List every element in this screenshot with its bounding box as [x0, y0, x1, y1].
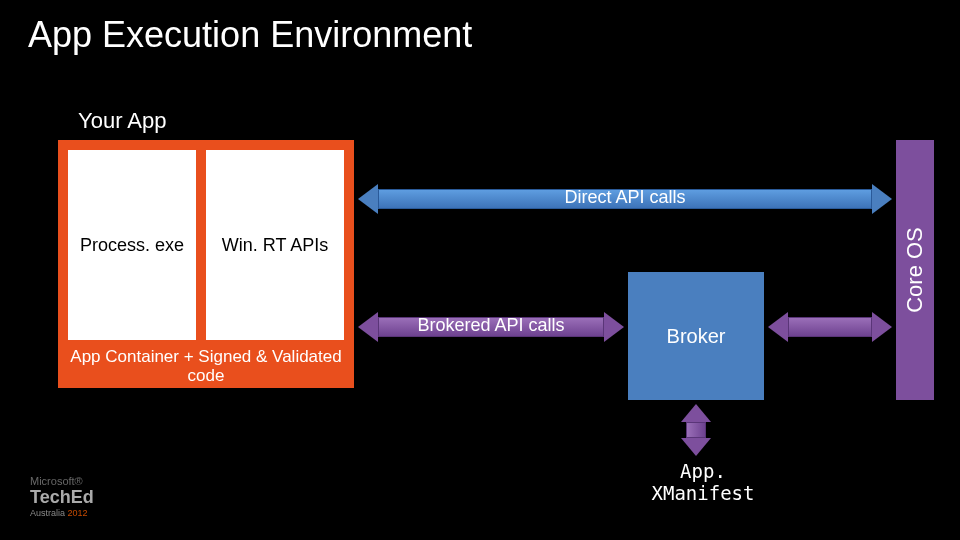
- process-exe-box: Process. exe: [68, 150, 196, 340]
- brokered-api-calls-arrow: Brokered API calls: [358, 312, 624, 342]
- winrt-apis-box: Win. RT APIs: [206, 150, 344, 340]
- process-exe-label: Process. exe: [80, 235, 184, 256]
- arrow-right-icon: [872, 312, 892, 342]
- manifest-to-broker-arrow: [681, 404, 711, 456]
- teched-logo: Microsoft® TechEd Australia 2012: [30, 475, 94, 518]
- direct-api-calls-arrow: Direct API calls: [358, 184, 892, 214]
- broker-label: Broker: [667, 325, 726, 348]
- arrow-bar: [686, 422, 706, 438]
- arrow-left-icon: [768, 312, 788, 342]
- app-container-caption: App Container + Signed & Validated code: [58, 348, 354, 385]
- teched-region: Australia 2012: [30, 508, 94, 518]
- microsoft-label: Microsoft®: [30, 475, 94, 487]
- appx-manifest-label: App. XManifest: [628, 460, 778, 504]
- arrow-bar: [788, 317, 872, 337]
- arrow-up-icon: [681, 404, 711, 422]
- your-app-label: Your App: [78, 108, 167, 134]
- winrt-apis-label: Win. RT APIs: [222, 235, 328, 256]
- core-os-box: Core OS: [896, 140, 934, 400]
- brokered-api-calls-label: Brokered API calls: [358, 315, 624, 336]
- core-os-label: Core OS: [902, 227, 928, 313]
- broker-box: Broker: [628, 272, 764, 400]
- teched-brand: TechEd: [30, 487, 94, 508]
- broker-to-core-arrow: [768, 312, 892, 342]
- direct-api-calls-label: Direct API calls: [358, 187, 892, 208]
- arrow-down-icon: [681, 438, 711, 456]
- slide-title: App Execution Environment: [28, 14, 472, 56]
